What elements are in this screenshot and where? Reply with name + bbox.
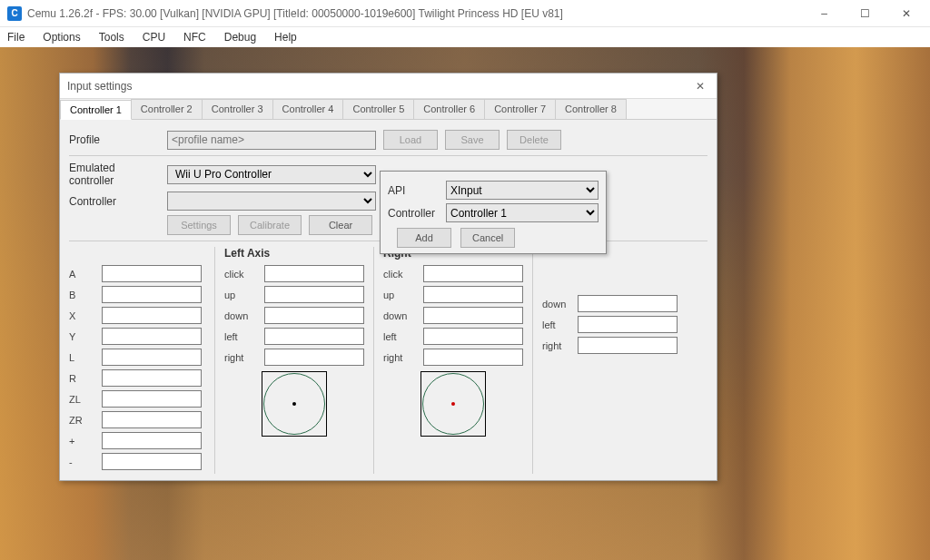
raxis-up-input[interactable] [423,286,523,303]
dialog-title: Input settings [67,80,691,93]
btn-r-input[interactable] [102,369,202,387]
tab-controller-3[interactable]: Controller 3 [202,99,273,119]
tab-controller-7[interactable]: Controller 7 [484,99,556,119]
btn-l-input[interactable] [102,349,202,366]
raxis-right-input[interactable] [423,349,523,366]
popup-cancel-button[interactable]: Cancel [460,228,515,248]
menu-cpu[interactable]: CPU [139,29,169,45]
profile-combo[interactable] [167,131,376,150]
emulated-controller-label: Emulated controller [69,162,160,187]
menu-help[interactable]: Help [271,29,301,45]
dialog-titlebar: Input settings ✕ [60,74,717,99]
delete-button[interactable]: Delete [507,130,561,150]
raxis-click-input[interactable] [423,265,523,282]
extra-left-label: left [542,319,572,330]
close-button[interactable]: ✕ [885,1,926,26]
laxis-right-input[interactable] [264,349,364,366]
settings-button[interactable]: Settings [167,215,231,235]
btn-zr-label: ZR [69,415,96,426]
laxis-left-label: left [224,331,259,342]
btn-b-label: B [69,290,96,300]
input-settings-dialog: Input settings ✕ Controller 1 Controller… [59,73,717,481]
btn-x-label: X [69,310,96,321]
laxis-up-input[interactable] [264,286,364,303]
left-axis-visualizer [262,371,327,437]
menu-nfc[interactable]: NFC [180,29,210,45]
btn-y-label: Y [69,331,96,342]
popup-api-select[interactable]: XInput [446,181,599,200]
left-axis-dot [292,402,296,406]
raxis-click-label: click [383,269,418,280]
btn-a-input[interactable] [102,265,202,282]
profile-label: Profile [69,133,160,146]
minimize-button[interactable]: – [804,1,845,26]
btn-zl-label: ZL [69,394,96,405]
btn-a-label: A [69,269,96,280]
laxis-down-input[interactable] [264,307,364,324]
tab-controller-4[interactable]: Controller 4 [272,99,344,119]
popup-add-button[interactable]: Add [397,228,451,248]
window-title: Cemu 1.26.2f - FPS: 30.00 [Vulkan] [NVID… [27,7,804,20]
btn-plus-input[interactable] [102,432,202,449]
btn-r-label: R [69,373,96,384]
dialog-close-button[interactable]: ✕ [691,80,709,93]
titlebar: C Cemu 1.26.2f - FPS: 30.00 [Vulkan] [NV… [0,0,930,27]
tab-controller-1[interactable]: Controller 1 [60,100,132,120]
btn-minus-label: - [69,457,96,467]
controller-tabs: Controller 1 Controller 2 Controller 3 C… [60,99,717,120]
tab-controller-5[interactable]: Controller 5 [342,99,414,119]
raxis-left-label: left [383,331,418,342]
popup-controller-label: Controller [388,207,440,220]
menu-debug[interactable]: Debug [221,29,260,45]
menu-tools[interactable]: Tools [95,29,128,45]
app-icon: C [7,6,22,21]
laxis-right-label: right [224,352,259,363]
laxis-down-label: down [224,310,259,321]
menubar: File Options Tools CPU NFC Debug Help [0,27,930,47]
emulated-controller-select[interactable]: Wii U Pro Controller [167,165,376,184]
btn-b-input[interactable] [102,286,202,303]
clear-button[interactable]: Clear [309,215,372,235]
laxis-left-input[interactable] [264,328,364,345]
calibrate-button[interactable]: Calibrate [238,215,302,235]
popup-controller-select[interactable]: Controller 1 [446,203,599,222]
btn-l-label: L [69,352,96,363]
btn-y-input[interactable] [102,328,202,345]
raxis-down-label: down [383,310,418,321]
btn-x-input[interactable] [102,307,202,324]
save-button[interactable]: Save [445,130,500,150]
load-button[interactable]: Load [383,130,438,150]
raxis-left-input[interactable] [423,328,523,345]
controller-select[interactable] [167,192,376,211]
btn-plus-label: + [69,436,96,447]
tab-controller-2[interactable]: Controller 2 [131,99,203,119]
add-controller-popup: API XInput Controller Controller 1 Add C… [380,171,607,254]
right-axis-visualizer [420,371,486,437]
raxis-down-input[interactable] [423,307,523,324]
maximize-button[interactable]: ☐ [845,1,885,26]
extra-right-label: right [542,340,572,351]
main-window: C Cemu 1.26.2f - FPS: 30.00 [Vulkan] [NV… [0,0,930,560]
btn-minus-input[interactable] [102,453,202,470]
extra-right-input[interactable] [578,337,678,354]
left-axis-label: Left Axis [224,247,364,260]
laxis-click-input[interactable] [264,265,364,282]
menu-file[interactable]: File [4,29,28,45]
laxis-click-label: click [224,269,259,280]
raxis-right-label: right [383,352,418,363]
menu-options[interactable]: Options [39,29,84,45]
popup-api-label: API [388,184,440,197]
extra-down-input[interactable] [578,295,678,312]
extra-down-label: down [542,299,572,309]
tab-controller-6[interactable]: Controller 6 [413,99,485,119]
btn-zl-input[interactable] [102,390,202,408]
laxis-up-label: up [224,290,259,300]
right-axis-dot [451,402,455,406]
tab-controller-8[interactable]: Controller 8 [555,99,627,119]
extra-left-input[interactable] [578,316,678,333]
raxis-up-label: up [383,290,418,300]
btn-zr-input[interactable] [102,411,202,428]
controller-label: Controller [69,195,160,208]
